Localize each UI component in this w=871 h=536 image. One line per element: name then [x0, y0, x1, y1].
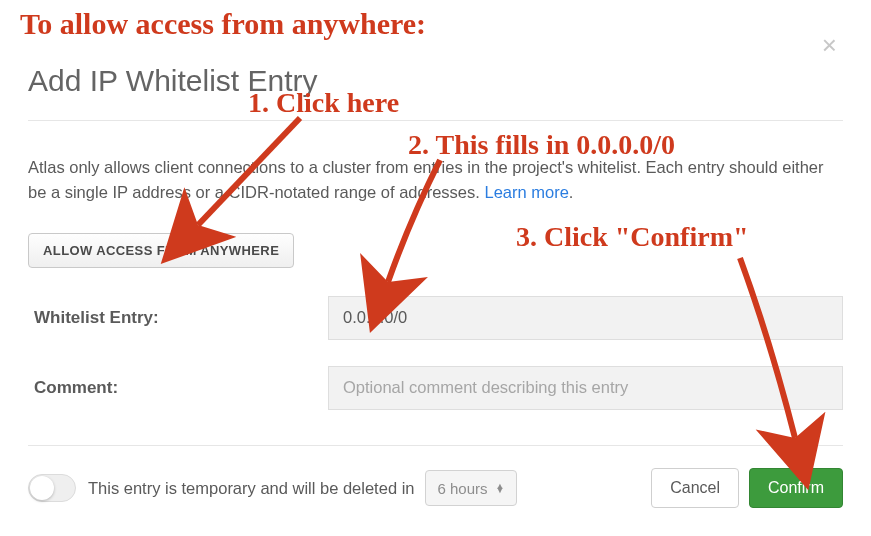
modal-title: Add IP Whitelist Entry — [28, 64, 843, 98]
duration-value: 6 hours — [438, 480, 488, 497]
footer-row: This entry is temporary and will be dele… — [28, 468, 843, 508]
add-ip-whitelist-modal: × Add IP Whitelist Entry Atlas only allo… — [16, 8, 855, 528]
modal-footer: This entry is temporary and will be dele… — [28, 445, 843, 508]
whitelist-entry-label: Whitelist Entry: — [28, 308, 328, 328]
whitelist-entry-input[interactable] — [328, 296, 843, 340]
whitelist-entry-row: Whitelist Entry: — [28, 296, 843, 340]
comment-input[interactable] — [328, 366, 843, 410]
allow-access-anywhere-button[interactable]: ALLOW ACCESS FROM ANYWHERE — [28, 233, 294, 268]
comment-row: Comment: — [28, 366, 843, 410]
duration-select[interactable]: 6 hours ▲▼ — [425, 470, 518, 506]
confirm-button[interactable]: Confirm — [749, 468, 843, 508]
modal-description: Atlas only allows client connections to … — [28, 155, 843, 205]
updown-icon: ▲▼ — [496, 484, 505, 493]
temporary-text: This entry is temporary and will be dele… — [88, 479, 415, 498]
description-text: Atlas only allows client connections to … — [28, 158, 824, 201]
footer-divider — [28, 445, 843, 446]
comment-label: Comment: — [28, 378, 328, 398]
close-icon[interactable]: × — [822, 32, 837, 58]
divider — [28, 120, 843, 121]
temporary-toggle[interactable] — [28, 474, 76, 502]
description-period: . — [569, 183, 574, 201]
cancel-button[interactable]: Cancel — [651, 468, 739, 508]
learn-more-link[interactable]: Learn more — [484, 183, 568, 201]
toggle-knob — [30, 476, 54, 500]
